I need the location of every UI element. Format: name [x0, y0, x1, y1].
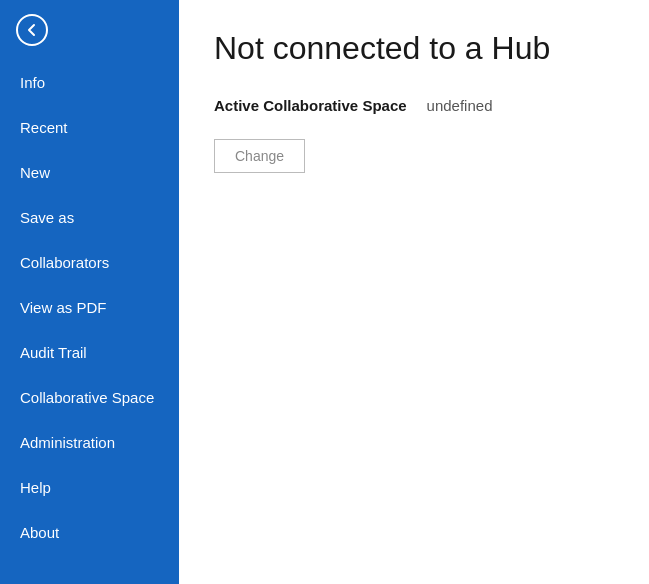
sidebar-item-info[interactable]: Info — [0, 60, 179, 105]
change-button[interactable]: Change — [214, 139, 305, 173]
sidebar-item-save-as[interactable]: Save as — [0, 195, 179, 240]
sidebar-item-new[interactable]: New — [0, 150, 179, 195]
page-title: Not connected to a Hub — [214, 30, 614, 67]
sidebar-item-audit-trail[interactable]: Audit Trail — [0, 330, 179, 375]
active-space-row: Active Collaborative Space undefined — [214, 97, 614, 114]
back-button[interactable] — [10, 8, 54, 52]
sidebar-item-recent[interactable]: Recent — [0, 105, 179, 150]
back-icon — [16, 14, 48, 46]
sidebar-item-collaborative-space[interactable]: Collaborative Space — [0, 375, 179, 420]
sidebar: Info Recent New Save as Collaborators Vi… — [0, 0, 179, 584]
main-content: Not connected to a Hub Active Collaborat… — [179, 0, 649, 584]
sidebar-item-about[interactable]: About — [0, 510, 179, 555]
sidebar-item-collaborators[interactable]: Collaborators — [0, 240, 179, 285]
active-space-value: undefined — [427, 97, 493, 114]
sidebar-item-view-as-pdf[interactable]: View as PDF — [0, 285, 179, 330]
sidebar-item-help[interactable]: Help — [0, 465, 179, 510]
sidebar-item-administration[interactable]: Administration — [0, 420, 179, 465]
active-space-label: Active Collaborative Space — [214, 97, 407, 114]
